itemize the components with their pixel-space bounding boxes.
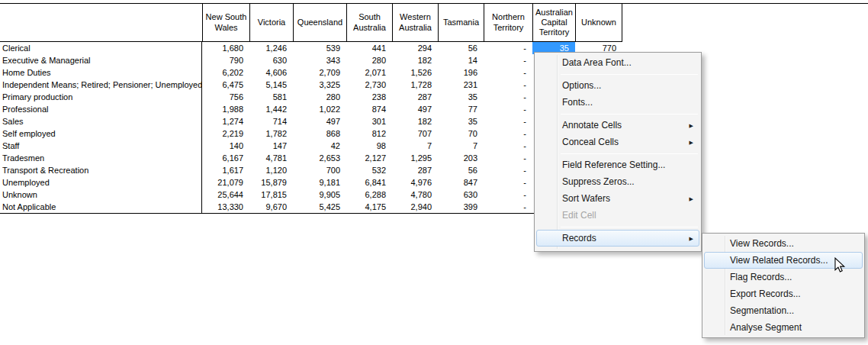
data-cell[interactable]: - [484, 115, 532, 127]
data-cell[interactable]: 9,670 [249, 201, 293, 213]
data-cell[interactable]: 182 [392, 54, 438, 66]
data-cell[interactable]: 9,905 [293, 189, 346, 201]
data-cell[interactable]: 2,730 [346, 79, 392, 91]
row-label[interactable]: Unemployed [0, 176, 202, 189]
data-cell[interactable]: 1,120 [249, 164, 293, 176]
data-cell[interactable]: 203 [438, 152, 484, 164]
data-cell[interactable]: 2,071 [346, 66, 392, 79]
data-cell[interactable]: 1,988 [202, 103, 249, 115]
data-cell[interactable]: 812 [346, 127, 392, 140]
column-header-northern-territory[interactable]: Northern Territory [484, 4, 532, 42]
row-label[interactable]: Executive & Managerial [0, 54, 202, 66]
data-cell[interactable]: 231 [438, 79, 484, 91]
data-cell[interactable]: - [484, 54, 532, 66]
row-label[interactable]: Unknown [0, 189, 202, 201]
data-cell[interactable]: 280 [293, 91, 346, 103]
row-label[interactable]: Independent Means; Retired; Pensioner; U… [0, 79, 202, 91]
data-cell[interactable]: 1,274 [202, 115, 249, 127]
data-cell[interactable]: 630 [438, 189, 484, 201]
data-cell[interactable]: 700 [293, 164, 346, 176]
column-header-unknown[interactable]: Unknown [575, 4, 622, 42]
menu-item-field-reference-setting[interactable]: Field Reference Setting... [536, 156, 699, 173]
menu-item-data-area-font[interactable]: Data Area Font... [536, 54, 699, 71]
row-label[interactable]: Not Applicable [0, 201, 202, 213]
column-header-western-australia[interactable]: Western Australia [392, 4, 438, 42]
menu-item-fonts[interactable]: Fonts... [536, 94, 699, 111]
row-label[interactable]: Sales [0, 115, 202, 127]
data-cell[interactable]: - [484, 79, 532, 91]
data-cell[interactable]: 6,841 [346, 176, 392, 189]
data-cell[interactable]: 1,526 [392, 66, 438, 79]
data-cell[interactable]: 5,425 [293, 201, 346, 213]
column-header-australian-capital-territory[interactable]: Australian Capital Territory [532, 4, 575, 42]
data-cell[interactable]: 1,680 [202, 42, 249, 54]
menu-item-export-records[interactable]: Export Records... [704, 285, 863, 302]
data-cell[interactable]: 756 [202, 91, 249, 103]
data-cell[interactable]: 497 [392, 103, 438, 115]
data-cell[interactable]: 2,940 [392, 201, 438, 213]
data-cell[interactable]: - [484, 91, 532, 103]
menu-item-analyse-segment[interactable]: Analyse Segment [704, 319, 863, 336]
data-cell[interactable]: 17,815 [249, 189, 293, 201]
data-cell[interactable]: 4,976 [392, 176, 438, 189]
data-cell[interactable]: 1,617 [202, 164, 249, 176]
data-cell[interactable]: 6,475 [202, 79, 249, 91]
column-header-south-australia[interactable]: South Australia [346, 4, 392, 42]
data-cell[interactable]: - [484, 164, 532, 176]
column-header-victoria[interactable]: Victoria [249, 4, 293, 42]
data-cell[interactable]: 581 [249, 91, 293, 103]
data-cell[interactable]: 868 [293, 127, 346, 140]
data-cell[interactable]: - [484, 140, 532, 152]
data-cell[interactable]: 15,879 [249, 176, 293, 189]
data-cell[interactable]: 1,022 [293, 103, 346, 115]
data-cell[interactable]: 874 [346, 103, 392, 115]
data-cell[interactable]: 714 [249, 115, 293, 127]
data-cell[interactable]: - [484, 201, 532, 213]
data-cell[interactable]: 707 [392, 127, 438, 140]
row-label[interactable]: Transport & Recreation [0, 164, 202, 176]
data-cell[interactable]: 7 [392, 140, 438, 152]
data-cell[interactable]: 5,145 [249, 79, 293, 91]
data-cell[interactable]: 539 [293, 42, 346, 54]
data-cell[interactable]: 2,653 [293, 152, 346, 164]
data-cell[interactable]: 77 [438, 103, 484, 115]
menu-item-suppress-zeros[interactable]: Suppress Zeros... [536, 173, 699, 190]
data-cell[interactable]: 4,781 [249, 152, 293, 164]
data-cell[interactable]: 4,606 [249, 66, 293, 79]
data-cell[interactable]: - [484, 66, 532, 79]
data-cell[interactable]: 343 [293, 54, 346, 66]
data-cell[interactable]: 182 [392, 115, 438, 127]
data-cell[interactable]: - [484, 152, 532, 164]
data-cell[interactable]: 70 [438, 127, 484, 140]
data-cell[interactable]: 399 [438, 201, 484, 213]
data-cell[interactable]: - [484, 127, 532, 140]
data-cell[interactable]: 630 [249, 54, 293, 66]
row-label[interactable]: Self employed [0, 127, 202, 140]
menu-item-annotate-cells[interactable]: Annotate Cells▶ [536, 117, 699, 134]
column-header-queensland[interactable]: Queensland [293, 4, 346, 42]
data-cell[interactable]: 847 [438, 176, 484, 189]
data-cell[interactable]: 441 [346, 42, 392, 54]
data-cell[interactable]: 2,709 [293, 66, 346, 79]
data-cell[interactable]: 21,079 [202, 176, 249, 189]
data-cell[interactable]: 35 [438, 91, 484, 103]
data-cell[interactable]: 280 [346, 54, 392, 66]
row-label[interactable]: Home Duties [0, 66, 202, 79]
data-cell[interactable]: 1,782 [249, 127, 293, 140]
data-cell[interactable]: 1,295 [392, 152, 438, 164]
row-label[interactable]: Tradesmen [0, 152, 202, 164]
data-cell[interactable]: 98 [346, 140, 392, 152]
row-label[interactable]: Staff [0, 140, 202, 152]
data-cell[interactable]: 7 [438, 140, 484, 152]
column-header-new-south-wales[interactable]: New South Wales [202, 4, 249, 42]
data-cell[interactable]: - [484, 189, 532, 201]
data-cell[interactable]: 4,780 [392, 189, 438, 201]
data-cell[interactable]: 42 [293, 140, 346, 152]
data-cell[interactable]: 1,728 [392, 79, 438, 91]
data-cell[interactable]: 6,288 [346, 189, 392, 201]
menu-item-view-records[interactable]: View Records... [704, 235, 863, 252]
data-cell[interactable]: 238 [346, 91, 392, 103]
data-cell[interactable]: 790 [202, 54, 249, 66]
data-cell[interactable]: 301 [346, 115, 392, 127]
row-label[interactable]: Professional [0, 103, 202, 115]
